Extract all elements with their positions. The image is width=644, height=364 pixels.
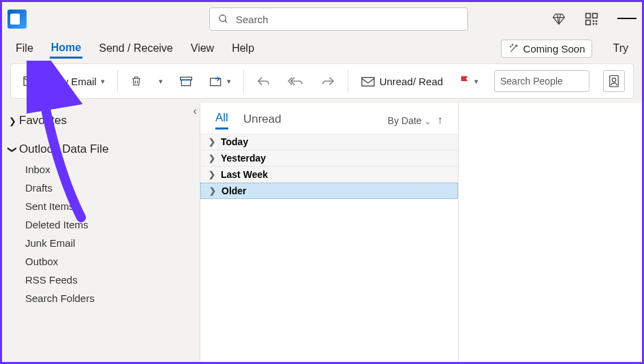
folder-sent-items[interactable]: Sent Items <box>9 197 200 215</box>
message-list-pane: All Unread By Date ⌄ ↑ ❯Today❯Yesterday❯… <box>200 103 459 364</box>
global-search-input[interactable]: Search <box>209 7 468 31</box>
menu-file[interactable]: File <box>14 40 35 57</box>
chevron-right-icon: ❯ <box>209 186 216 196</box>
chevron-right-icon: ❯ <box>209 137 215 147</box>
plus-badge-icon <box>37 80 44 87</box>
svg-rect-16 <box>362 78 374 87</box>
forward-icon <box>320 75 335 87</box>
reply-all-icon <box>288 75 304 87</box>
folder-inbox[interactable]: Inbox <box>9 160 200 179</box>
trash-icon <box>130 74 142 88</box>
search-placeholder: Search <box>236 14 269 25</box>
folder-rss-feeds[interactable]: RSS Feeds <box>9 271 200 289</box>
svg-line-1 <box>225 20 227 22</box>
svg-rect-13 <box>181 80 190 85</box>
reading-pane <box>459 103 642 364</box>
svg-rect-3 <box>593 14 598 18</box>
group-older[interactable]: ❯Older <box>200 183 458 199</box>
group-last-week[interactable]: ❯Last Week <box>200 166 458 183</box>
sort-by-button[interactable]: By Date ⌄ <box>388 115 431 126</box>
archive-icon <box>179 75 193 87</box>
reply-all-button[interactable] <box>283 69 308 93</box>
group-today[interactable]: ❯Today <box>200 134 458 150</box>
delete-button[interactable] <box>126 69 147 93</box>
sort-direction-button[interactable]: ↑ <box>438 114 444 127</box>
menu-try[interactable]: Try <box>611 40 630 57</box>
reply-button[interactable] <box>252 69 275 93</box>
svg-point-9 <box>510 46 510 47</box>
titlebar: Search — <box>2 2 642 36</box>
wand-icon <box>508 43 519 54</box>
people-search-input[interactable]: Search People <box>494 70 589 92</box>
outlook-window: Search — File Home Send / Receive View H… <box>0 0 644 364</box>
flag-icon <box>459 75 470 87</box>
diamond-premium-icon[interactable] <box>552 12 566 26</box>
menu-send-receive[interactable]: Send / Receive <box>97 40 174 57</box>
folder-nav-pane: ‹ ❯ Favorites ❯ Outlook Data File Inbox … <box>2 103 200 364</box>
unread-read-button[interactable]: Unread/ Read <box>356 69 447 93</box>
favorites-header[interactable]: ❯ Favorites <box>9 110 200 132</box>
address-book-button[interactable] <box>603 70 625 92</box>
data-file-header[interactable]: ❯ Outlook Data File <box>9 138 200 160</box>
outlook-logo-icon <box>7 10 27 29</box>
chevron-right-icon: ❯ <box>209 153 215 163</box>
svg-rect-7 <box>593 23 595 25</box>
collapse-nav-button[interactable]: ‹ <box>193 104 197 118</box>
chevron-down-icon: ▾ <box>101 77 105 86</box>
ribbon-toolbar: New Email ▾ ▾ ▾ Unread/ Read <box>10 63 634 99</box>
folder-drafts[interactable]: Drafts <box>9 179 200 197</box>
new-email-icon <box>23 75 38 87</box>
move-to-folder-icon <box>209 75 223 87</box>
tab-unread[interactable]: Unread <box>243 112 281 129</box>
chevron-down-icon: ❯ <box>7 146 18 153</box>
move-button[interactable]: ▾ <box>205 69 235 93</box>
svg-rect-11 <box>24 77 36 86</box>
svg-rect-5 <box>593 20 595 22</box>
svg-rect-6 <box>596 20 598 22</box>
group-yesterday[interactable]: ❯Yesterday <box>200 150 458 166</box>
svg-point-18 <box>612 78 615 82</box>
forward-button[interactable] <box>316 69 339 93</box>
svg-point-0 <box>219 15 226 21</box>
coming-soon-button[interactable]: Coming Soon <box>501 40 593 58</box>
qr-code-icon[interactable] <box>585 12 598 26</box>
svg-rect-2 <box>586 14 591 18</box>
menu-bar: File Home Send / Receive View Help Comin… <box>2 36 642 61</box>
svg-rect-8 <box>596 23 598 25</box>
menu-home[interactable]: Home <box>50 39 82 59</box>
svg-point-10 <box>512 44 512 45</box>
archive-button[interactable] <box>175 69 197 93</box>
menu-help[interactable]: Help <box>230 40 256 57</box>
chevron-right-icon: ❯ <box>209 170 215 179</box>
folder-deleted-items[interactable]: Deleted Items <box>9 215 200 234</box>
address-book-icon <box>608 74 620 88</box>
tab-all[interactable]: All <box>215 111 228 130</box>
svg-rect-4 <box>586 20 591 25</box>
flag-button[interactable]: ▾ <box>455 69 482 93</box>
new-email-button[interactable]: New Email ▾ <box>19 69 109 93</box>
chevron-right-icon: ❯ <box>9 116 16 126</box>
menu-view[interactable]: View <box>189 40 215 57</box>
folder-search-folders[interactable]: Search Folders <box>9 289 200 307</box>
folder-outbox[interactable]: Outbox <box>9 252 200 271</box>
folder-junk-email[interactable]: Junk Email <box>9 234 200 252</box>
envelope-icon <box>361 75 375 87</box>
search-icon <box>218 14 229 25</box>
reply-icon <box>256 75 271 87</box>
delete-dropdown[interactable]: ▾ <box>155 69 167 93</box>
